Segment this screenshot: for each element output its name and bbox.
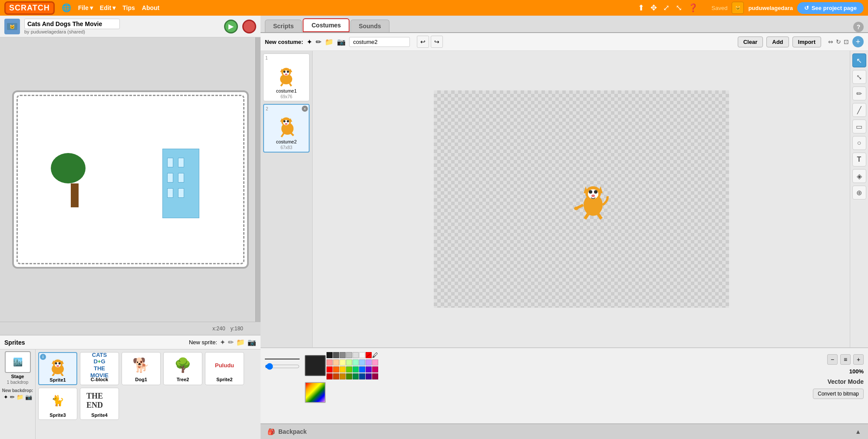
- costume-camera-icon[interactable]: 📷: [337, 38, 346, 46]
- color-swatch[interactable]: [353, 359, 359, 366]
- backdrop-camera-icon[interactable]: 📷: [25, 394, 32, 400]
- stop-button[interactable]: [242, 20, 256, 33]
- color-swatch[interactable]: [366, 359, 372, 366]
- redo-button[interactable]: ↪: [431, 36, 443, 48]
- costume-upload-icon[interactable]: 📁: [325, 38, 333, 46]
- line-tool[interactable]: ╱: [852, 103, 866, 117]
- sprite-item[interactable]: i: [38, 352, 77, 385]
- costume-entry[interactable]: 1: [263, 53, 310, 101]
- color-swatch[interactable]: [340, 366, 346, 372]
- menu-file[interactable]: File▾: [78, 4, 93, 11]
- color-swatch[interactable]: [366, 366, 372, 372]
- color-swatch[interactable]: [353, 373, 359, 379]
- help-circle-icon[interactable]: ❓: [688, 3, 698, 13]
- flip-horizontal-icon[interactable]: ⇔: [828, 38, 833, 45]
- color-swatch[interactable]: [359, 359, 365, 366]
- menu-edit[interactable]: Edit▾: [100, 4, 116, 11]
- color-swatch[interactable]: [366, 373, 372, 379]
- see-project-button[interactable]: ↺ See project page: [797, 2, 864, 14]
- primary-color-swatch[interactable]: [305, 355, 326, 376]
- scratch-logo[interactable]: SCRATCH: [4, 1, 55, 15]
- backdrop-wand-icon[interactable]: ✦: [3, 394, 8, 400]
- stamp-tool[interactable]: ⊕: [852, 186, 866, 200]
- import-button[interactable]: Import: [792, 37, 821, 47]
- new-sprite-wand-icon[interactable]: ✦: [220, 338, 225, 346]
- new-sprite-camera-icon[interactable]: 📷: [248, 338, 256, 346]
- stage-thumbnail[interactable]: 🏙️: [5, 351, 31, 373]
- color-swatch[interactable]: [333, 359, 339, 366]
- shrink-tool-icon[interactable]: ⊡: [844, 38, 849, 45]
- ellipse-tool[interactable]: ○: [852, 136, 866, 150]
- costume-name-input[interactable]: [349, 37, 410, 47]
- zoom-in-button[interactable]: +: [853, 354, 864, 365]
- tab-sounds[interactable]: Sounds: [350, 20, 389, 32]
- tab-costumes[interactable]: Costumes: [303, 18, 350, 32]
- color-swatch[interactable]: [327, 359, 333, 366]
- rectangle-tool[interactable]: ▭: [852, 120, 866, 133]
- clear-button[interactable]: Clear: [738, 37, 763, 47]
- color-swatch[interactable]: [353, 366, 359, 372]
- text-tool[interactable]: T: [852, 153, 866, 166]
- color-swatch[interactable]: [359, 373, 365, 379]
- convert-bitmap-button[interactable]: Convert to bitmap: [813, 389, 864, 399]
- cursor-tool[interactable]: ↖: [852, 53, 866, 67]
- color-swatch[interactable]: [359, 366, 365, 372]
- reshape-tool[interactable]: ⤡: [852, 70, 866, 84]
- add-button[interactable]: Add: [766, 37, 789, 47]
- backpack-bar[interactable]: 🎒 Backpack ▲: [261, 423, 868, 439]
- sprite-item[interactable]: THE END Sprite4: [80, 388, 119, 420]
- costume-delete-button[interactable]: ×: [302, 106, 308, 112]
- color-swatch[interactable]: [333, 373, 339, 379]
- color-swatch[interactable]: [366, 352, 372, 358]
- new-sprite-upload-icon[interactable]: 📁: [236, 338, 245, 346]
- color-swatch[interactable]: [333, 352, 339, 358]
- sprite-item[interactable]: 🐈 Sprite3: [38, 388, 77, 420]
- color-swatch[interactable]: [346, 373, 352, 379]
- shrink-icon[interactable]: ⤡: [676, 3, 682, 13]
- thickness-slider[interactable]: [265, 363, 300, 370]
- stage-scroll[interactable]: [255, 37, 261, 322]
- help-button[interactable]: ?: [853, 22, 864, 32]
- menu-about[interactable]: About: [142, 4, 159, 11]
- color-swatch[interactable]: [346, 366, 352, 372]
- color-swatch[interactable]: [372, 359, 378, 366]
- menu-tips[interactable]: Tips: [122, 4, 135, 11]
- eyedropper-icon[interactable]: 🖊: [372, 352, 378, 359]
- sprite-item[interactable]: CATSD+GTHE MOVIE C-block: [80, 352, 119, 385]
- backdrop-pencil-icon[interactable]: ✏: [10, 394, 15, 400]
- language-icon[interactable]: 🌐: [62, 3, 71, 13]
- color-swatch[interactable]: [340, 373, 346, 379]
- color-swatch[interactable]: [340, 359, 346, 366]
- upload-icon[interactable]: ⬆: [638, 3, 644, 13]
- zoom-in-button[interactable]: +: [852, 36, 864, 47]
- sprite-item[interactable]: 🌳 Tree2: [163, 352, 202, 385]
- sprite-item[interactable]: 🐕 Dog1: [122, 352, 161, 385]
- color-swatch[interactable]: [346, 359, 352, 366]
- color-swatch[interactable]: [327, 366, 333, 372]
- drawing-canvas[interactable]: [313, 51, 850, 347]
- color-swatch[interactable]: [333, 366, 339, 372]
- color-swatch[interactable]: [372, 373, 378, 379]
- undo-button[interactable]: ↩: [417, 36, 429, 48]
- color-swatch[interactable]: [359, 352, 365, 358]
- color-swatch[interactable]: [353, 352, 359, 358]
- color-swatch[interactable]: [327, 373, 333, 379]
- color-swatch[interactable]: [327, 352, 333, 358]
- sprite-info-badge[interactable]: i: [40, 354, 46, 360]
- project-title-input[interactable]: [24, 19, 120, 29]
- move-icon[interactable]: ✥: [650, 3, 657, 13]
- rainbow-color-picker[interactable]: [305, 382, 326, 403]
- color-swatch[interactable]: [340, 352, 346, 358]
- fill-tool[interactable]: ◈: [852, 169, 866, 183]
- backpack-expand-icon[interactable]: ▲: [855, 428, 861, 435]
- color-swatch[interactable]: [372, 366, 378, 372]
- new-sprite-pencil-icon[interactable]: ✏: [228, 338, 234, 346]
- pencil-tool[interactable]: ✏: [852, 86, 866, 100]
- checkerboard-canvas[interactable]: [434, 90, 729, 308]
- costume-pencil-icon[interactable]: ✏: [316, 38, 321, 46]
- fullscreen-icon[interactable]: ⤢: [663, 3, 670, 13]
- backdrop-upload-icon[interactable]: 📁: [17, 394, 23, 400]
- zoom-fit-button[interactable]: ≡: [840, 354, 851, 365]
- color-swatch[interactable]: [346, 352, 352, 358]
- costume-wand-icon[interactable]: ✦: [307, 38, 312, 46]
